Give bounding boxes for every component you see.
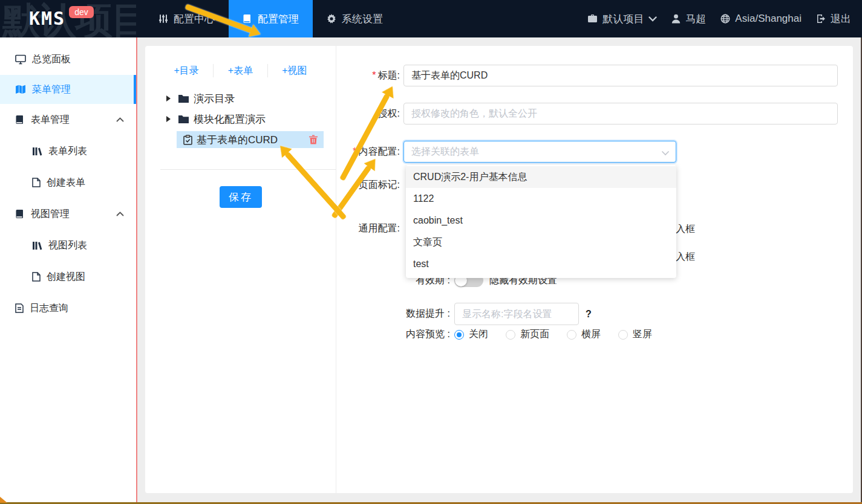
tab-label: 系统设置 (342, 12, 383, 26)
sidebar: 总览面板 菜单管理 表单管理 表单列表 创 (0, 37, 137, 504)
sidebar-item-menu-manage[interactable]: 菜单管理 (0, 75, 136, 104)
sidebar-item-view-manage[interactable]: 视图管理 (0, 198, 136, 230)
preview-radio-group: 关闭 新页面 横屏 竖屏 (454, 328, 670, 341)
username: 马超 (685, 12, 706, 26)
tree-node-label: 模块化配置演示 (194, 112, 266, 126)
radio-circle-icon (506, 330, 515, 340)
dropdown-option[interactable]: 1122 (406, 188, 676, 210)
data-promote-input[interactable] (454, 303, 579, 325)
radio-label: 横屏 (581, 328, 601, 341)
radio-circle-icon (567, 330, 576, 340)
sidebar-item-label: 创建视图 (47, 271, 85, 283)
auth-input[interactable] (403, 103, 838, 124)
dropdown-option[interactable]: 文章页 (406, 231, 676, 253)
radio-label: 关闭 (469, 328, 488, 341)
tree-node-label: 演示目录 (194, 92, 235, 106)
log-icon (15, 303, 24, 313)
tree-node-module-config-demo[interactable]: 模块化配置演示 (145, 109, 336, 129)
sidebar-item-label: 表单列表 (48, 145, 87, 158)
sidebar-item-dashboard[interactable]: 总览面板 (0, 44, 136, 75)
add-form-link[interactable]: +表单 (214, 64, 267, 77)
folder-icon (178, 115, 189, 124)
radio-label: 新页面 (520, 328, 549, 341)
content-config-select[interactable]: 选择关联的表单 (403, 141, 676, 163)
auth-label: 授权: (336, 108, 403, 120)
radio-circle-icon (454, 330, 464, 340)
save-button[interactable]: 保存 (220, 186, 262, 208)
nav-tabs: 配置中心 配置管理 系统设置 (145, 0, 397, 37)
sidebar-item-label: 创建表单 (47, 176, 85, 189)
navbar-right: 默认项目 马超 Asia/Shanghai 退出 (587, 0, 862, 37)
file-icon (32, 272, 41, 282)
radio-portrait[interactable]: 竖屏 (618, 328, 652, 341)
logout-label: 退出 (831, 12, 851, 26)
form-row-common-config: 通用配置: (336, 222, 403, 235)
chevron-down-icon (661, 147, 670, 158)
radio-circle-icon (618, 330, 628, 340)
dropdown-option[interactable]: caobin_test (406, 210, 676, 231)
chevron-down-icon (648, 16, 657, 22)
add-directory-link[interactable]: +目录 (160, 64, 214, 77)
page-mark-label: 页面标记: (336, 179, 403, 192)
dropdown-option[interactable]: CRUD演示2-用户基本信息 (406, 166, 676, 188)
timezone-display[interactable]: Asia/Shanghai (720, 13, 802, 25)
title-input[interactable] (403, 65, 838, 86)
book-icon (243, 14, 252, 24)
briefcase-icon (587, 14, 598, 24)
form-row-title: *标题: (336, 65, 838, 86)
sidebar-item-label: 日志查询 (30, 302, 68, 315)
radio-close[interactable]: 关闭 (454, 328, 488, 341)
bars-icon (32, 241, 42, 250)
gear-icon (327, 14, 336, 24)
data-promote-label: 数据提升 : (336, 308, 450, 320)
tree-divider (160, 169, 336, 170)
form-row-page-mark: 页面标记: (336, 179, 403, 192)
sidebar-item-create-view[interactable]: 创建视图 (0, 261, 136, 292)
map-icon (15, 85, 26, 94)
tab-label: 配置管理 (258, 12, 299, 26)
preview-label: 内容预览 : (336, 328, 450, 341)
tab-system-settings[interactable]: 系统设置 (313, 0, 397, 37)
sidebar-item-view-list[interactable]: 视图列表 (0, 230, 136, 261)
clipboard-check-icon (183, 135, 192, 145)
form-row-data-promote: 数据提升 : ? (336, 303, 592, 325)
caret-right-icon[interactable] (166, 116, 171, 122)
globe-icon (720, 14, 730, 24)
content-card: +目录 +表单 +视图 演示目录 模块化配置演示 (145, 46, 853, 493)
sidebar-item-label: 视图列表 (48, 239, 87, 252)
help-icon[interactable]: ? (586, 309, 592, 320)
sidebar-item-label: 视图管理 (31, 208, 70, 221)
caret-right-icon[interactable] (166, 95, 171, 102)
sidebar-item-form-manage[interactable]: 表单管理 (0, 104, 136, 135)
sidebar-item-form-list[interactable]: 表单列表 (0, 135, 136, 167)
required-asterisk: * (372, 70, 376, 80)
env-badge: dev (69, 6, 94, 18)
radio-new-page[interactable]: 新页面 (506, 328, 549, 341)
dropdown-option[interactable]: test (406, 253, 676, 275)
form-row-auth: 授权: (336, 103, 838, 124)
tab-config-manage[interactable]: 配置管理 (229, 0, 313, 37)
user-menu[interactable]: 马超 (671, 12, 706, 26)
trash-icon[interactable] (309, 135, 318, 144)
corner-artifact (0, 497, 7, 503)
radio-label: 竖屏 (633, 328, 652, 341)
content-config-dropdown: CRUD演示2-用户基本信息 1122 caobin_test 文章页 test (406, 165, 676, 278)
logout-icon (816, 14, 826, 24)
sidebar-item-log-query[interactable]: 日志查询 (0, 292, 136, 324)
logout-button[interactable]: 退出 (816, 12, 851, 26)
sidebar-item-create-form[interactable]: 创建表单 (0, 167, 136, 198)
radio-landscape[interactable]: 横屏 (567, 328, 601, 341)
bars-icon (32, 147, 42, 156)
top-navbar: 默认项目 KMS dev 配置中心 配置管理 系统设置 (0, 0, 862, 37)
main-area: +目录 +表单 +视图 演示目录 模块化配置演示 (137, 37, 862, 504)
title-label: *标题: (336, 69, 403, 82)
tree-node-demo-directory[interactable]: 演示目录 (145, 88, 336, 109)
project-switcher[interactable]: 默认项目 (587, 12, 657, 26)
add-view-link[interactable]: +视图 (268, 64, 321, 77)
book-icon (15, 209, 25, 219)
form-row-content-config: *内容配置: 选择关联的表单 (336, 141, 676, 163)
tree-node-form-curd[interactable]: 基于表单的CURD (177, 131, 324, 148)
folder-icon (178, 94, 189, 103)
common-config-label: 通用配置: (336, 222, 403, 235)
app-logo: KMS (29, 8, 65, 29)
